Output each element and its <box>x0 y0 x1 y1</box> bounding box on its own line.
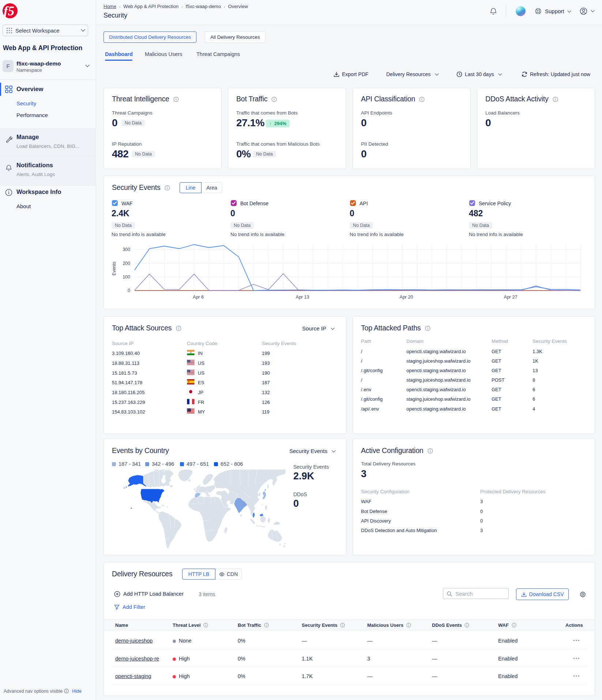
svg-text:Events: Events <box>112 262 117 276</box>
svg-text:Apr 27: Apr 27 <box>504 295 518 300</box>
svg-text:0: 0 <box>128 288 130 293</box>
svg-text:f5: f5 <box>4 4 14 18</box>
svg-text:Apr 6: Apr 6 <box>193 295 204 300</box>
svg-text:Apr 20: Apr 20 <box>400 295 413 300</box>
svg-text:Apr 13: Apr 13 <box>296 295 309 300</box>
svg-text:100: 100 <box>123 274 130 280</box>
svg-text:200: 200 <box>123 261 130 266</box>
svg-text:300: 300 <box>123 247 130 252</box>
